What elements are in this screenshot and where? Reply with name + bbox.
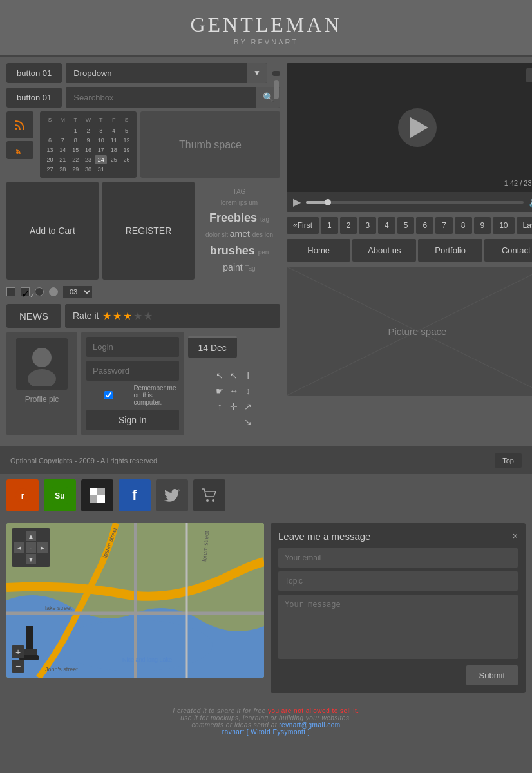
- password-input[interactable]: [86, 361, 179, 381]
- message-textarea[interactable]: [278, 595, 518, 659]
- radio-2-selected[interactable]: [49, 287, 58, 296]
- cart-button[interactable]: [193, 479, 225, 511]
- cal-cell[interactable]: 2: [82, 126, 95, 135]
- cal-cell[interactable]: 25: [108, 155, 120, 164]
- cal-cell[interactable]: 30: [82, 165, 95, 174]
- cal-cell[interactable]: 14: [57, 146, 69, 155]
- page-btn-10[interactable]: 10: [493, 217, 514, 234]
- cal-cell[interactable]: 29: [70, 165, 82, 174]
- map-up-button[interactable]: ▲: [26, 531, 36, 541]
- email-input[interactable]: [278, 548, 518, 568]
- footer-email-link[interactable]: revnart@gmail.com: [279, 721, 340, 729]
- play-ctrl-button[interactable]: ▶: [293, 196, 301, 208]
- cal-cell[interactable]: 1: [70, 126, 82, 135]
- cal-cell[interactable]: 11: [108, 136, 120, 145]
- map-center-button[interactable]: ·: [26, 542, 36, 553]
- button-01-a[interactable]: button 01: [6, 63, 62, 83]
- cal-cell[interactable]: 18: [108, 146, 120, 155]
- star-rating[interactable]: ★★★★★: [102, 310, 154, 322]
- cal-cell[interactable]: 20: [44, 155, 56, 164]
- page-btn-7[interactable]: 7: [435, 217, 453, 234]
- cal-cell[interactable]: 5: [120, 126, 133, 135]
- page-btn-2[interactable]: 2: [340, 217, 357, 234]
- facebook-button[interactable]: f: [119, 479, 151, 511]
- page-btn-1[interactable]: 1: [321, 217, 338, 234]
- cal-cell[interactable]: 4: [108, 126, 120, 135]
- checkbox-2-checked[interactable]: ✓: [21, 287, 30, 296]
- news-button[interactable]: NEWS: [6, 304, 61, 328]
- checkbox-1[interactable]: [6, 287, 15, 296]
- cal-cell-today[interactable]: 24: [95, 155, 107, 164]
- page-btn-8[interactable]: 8: [455, 217, 472, 234]
- play-button[interactable]: [398, 108, 437, 147]
- map-right-button[interactable]: ►: [37, 542, 48, 553]
- message-close-button[interactable]: ×: [513, 531, 518, 541]
- nav-about[interactable]: About us: [352, 239, 416, 262]
- submit-button[interactable]: Submit: [466, 665, 518, 685]
- cal-cell[interactable]: 31: [95, 165, 107, 174]
- picture-space: Picture space: [287, 267, 532, 396]
- nav-portfolio[interactable]: Portfolio: [418, 239, 482, 262]
- page-btn-6[interactable]: 6: [416, 217, 433, 234]
- zoom-out-button[interactable]: −: [12, 660, 24, 673]
- video-time: 1:42 / 23:37: [504, 179, 532, 187]
- map-down-button[interactable]: ▼: [26, 554, 36, 564]
- top-button[interactable]: Top: [495, 453, 522, 468]
- rss-button-large[interactable]: [6, 111, 33, 138]
- button-01-b[interactable]: button 01: [6, 88, 62, 108]
- progress-bar[interactable]: [306, 201, 524, 204]
- pagination-first[interactable]: «First: [287, 217, 319, 234]
- nav-home[interactable]: Home: [287, 239, 350, 262]
- cal-cell[interactable]: 6: [44, 136, 56, 145]
- topic-input[interactable]: [278, 571, 518, 591]
- cal-cell[interactable]: 21: [57, 155, 69, 164]
- zoom-in-button[interactable]: +: [12, 645, 24, 658]
- rss-button-small[interactable]: [6, 141, 33, 159]
- small-dropdown[interactable]: 03: [63, 286, 92, 298]
- page-btn-9[interactable]: 9: [474, 217, 491, 234]
- cal-cell[interactable]: 15: [70, 146, 82, 155]
- dropdown-arrow-icon[interactable]: ▼: [247, 63, 267, 83]
- twitter-button[interactable]: [156, 479, 188, 511]
- volume-button[interactable]: 🔊: [529, 196, 532, 208]
- cal-cell[interactable]: 10: [95, 136, 107, 145]
- nav-contact[interactable]: Contact: [484, 239, 532, 262]
- pagination-last[interactable]: Last»: [517, 217, 532, 234]
- radio-1[interactable]: [35, 287, 44, 296]
- footer-line1: I created it to share it for free you ar…: [8, 707, 524, 714]
- cal-cell[interactable]: 23: [82, 155, 95, 164]
- svg-point-3: [28, 369, 56, 386]
- cal-day-t1: T: [70, 115, 82, 124]
- cal-cell[interactable]: 22: [70, 155, 82, 164]
- page-btn-3[interactable]: 3: [359, 217, 376, 234]
- map-container[interactable]: ▲ ◄ · ► ▼ Ipsum street lorem street: [6, 523, 264, 678]
- page-btn-4[interactable]: 4: [378, 217, 395, 234]
- footer-author-link[interactable]: ravnart [ Witold Eysymontt ]: [222, 729, 310, 736]
- cal-cell[interactable]: 26: [120, 155, 133, 164]
- reddit-button[interactable]: r: [6, 479, 39, 511]
- video-edit-button[interactable]: ✎: [526, 68, 532, 82]
- stumbleupon-button[interactable]: Su: [44, 479, 76, 511]
- cal-cell[interactable]: 7: [57, 136, 69, 145]
- cal-cell[interactable]: 19: [120, 146, 133, 155]
- cal-cell[interactable]: 17: [95, 146, 107, 155]
- cal-cell[interactable]: 8: [70, 136, 82, 145]
- login-input[interactable]: [86, 337, 179, 357]
- page-btn-5[interactable]: 5: [397, 217, 415, 234]
- cal-cell[interactable]: 28: [57, 165, 69, 174]
- cal-cell[interactable]: 3: [95, 126, 107, 135]
- cal-cell[interactable]: 27: [44, 165, 56, 174]
- sign-in-button[interactable]: Sign In: [86, 410, 179, 430]
- search-input[interactable]: [66, 87, 256, 108]
- cal-cell[interactable]: 12: [120, 136, 133, 145]
- add-to-cart-button[interactable]: Add to Cart: [6, 182, 99, 280]
- cal-thumb-row: S M T W T F S 1 2 3 4 5 6 7: [6, 111, 280, 178]
- cal-cell[interactable]: 16: [82, 146, 95, 155]
- scrollbar[interactable]: [272, 71, 280, 76]
- map-left-button[interactable]: ◄: [14, 542, 24, 553]
- cal-cell[interactable]: 13: [44, 146, 56, 155]
- register-button[interactable]: REGISTER: [102, 182, 195, 280]
- cal-cell[interactable]: 9: [82, 136, 95, 145]
- delicious-button[interactable]: [81, 479, 113, 511]
- remember-checkbox[interactable]: [86, 391, 131, 399]
